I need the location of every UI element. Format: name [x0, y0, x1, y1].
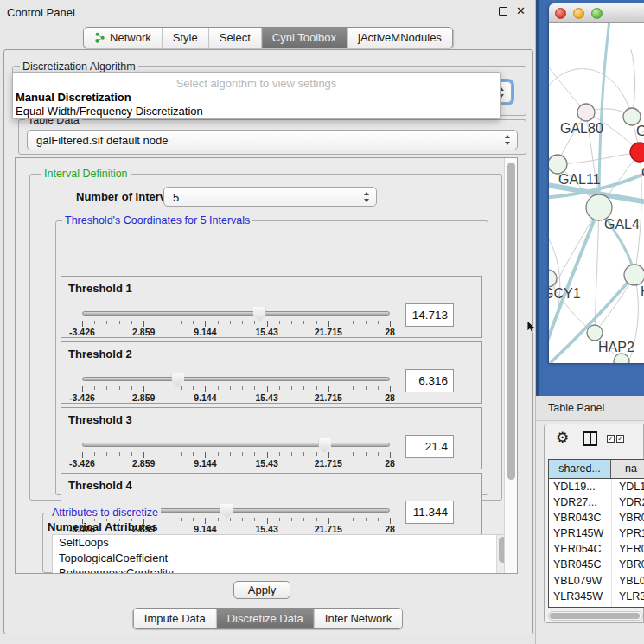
column-header-shared-name[interactable]: shared... — [549, 460, 611, 478]
tick-label: 28 — [385, 392, 395, 403]
control-panel-title: Control Panel — [7, 6, 75, 19]
slider-major-ticks — [82, 452, 391, 458]
algorithm-option-manual[interactable]: Manual Discretization — [16, 91, 131, 104]
list-item[interactable]: BetweennessCentrality — [53, 565, 507, 574]
table-row[interactable]: YBR045CYBR0 — [549, 557, 644, 572]
cell: YBR045C — [549, 557, 611, 572]
close-traffic-light-icon[interactable] — [555, 8, 566, 19]
threshold-2-slider[interactable] — [82, 377, 390, 381]
cell: YBR043C — [549, 510, 611, 526]
table-row[interactable]: YPR145WYPR1 — [549, 526, 644, 541]
algorithm-dropdown-popup: Select algorithm to view settings Manual… — [12, 72, 501, 119]
table-row[interactable]: YDR27...YDR2 — [549, 494, 644, 510]
algorithm-placeholder-option: Select algorithm to view settings — [13, 77, 500, 90]
node-attribute-table[interactable]: shared... na YDL19...YDL1 YDR27...YDR2 Y… — [548, 459, 644, 608]
node-hap2[interactable] — [587, 325, 603, 341]
thresholds-group-title: Threshold's Coordinates for 5 Intervals — [62, 214, 252, 226]
threshold-1-value-field[interactable]: 14.713 — [405, 303, 454, 327]
tab-jactivemnodules[interactable]: jActiveMNodules — [347, 28, 452, 48]
tick-label: 9.144 — [194, 392, 216, 403]
threshold-3-value-field[interactable]: 21.4 — [405, 435, 454, 458]
numerical-attributes-list[interactable]: SelfLoops TopologicalCoefficient Between… — [52, 534, 508, 574]
tick-label: 9.144 — [194, 458, 216, 469]
threshold-3-slider[interactable] — [82, 443, 390, 447]
gear-icon[interactable]: ⚙ — [556, 429, 569, 447]
zoom-traffic-light-icon[interactable] — [591, 8, 603, 19]
column-layout-icon[interactable] — [583, 431, 597, 446]
cyni-toolbox-content: Discretization Algorithm Select algorith… — [3, 49, 533, 634]
threshold-2-slider-handle[interactable] — [171, 373, 184, 387]
slider-major-ticks — [82, 321, 391, 327]
combo-stepper-icon — [505, 135, 511, 145]
tick-label: 2.859 — [132, 392, 155, 403]
algorithm-option-equal-width[interactable]: Equal Width/Frequency Discretization — [16, 105, 203, 118]
list-item[interactable]: TopologicalCoefficient — [53, 551, 507, 566]
settings-vertical-scrollbar[interactable] — [504, 158, 517, 574]
desktop-background: GAL80 GA C GAL11 GAL4 GCY1 H HAP2 — [536, 0, 644, 396]
close-icon[interactable]: ✕ — [516, 4, 526, 17]
tick-label: -3.426 — [69, 392, 95, 403]
table-row[interactable]: YBR043CYBR0 — [549, 510, 644, 526]
tab-network[interactable]: Network — [84, 28, 162, 48]
table-row[interactable]: YER054CYER0 — [549, 541, 644, 557]
cell: YER054C — [549, 541, 611, 557]
checkbox-icon: ✓ — [607, 435, 615, 443]
tab-style[interactable]: Style — [162, 28, 208, 48]
table-data-select[interactable]: galFiltered.sif default node — [27, 130, 518, 150]
apply-button[interactable]: Apply — [233, 581, 290, 599]
minimize-traffic-light-icon[interactable] — [573, 8, 584, 19]
threshold-1-slider-handle[interactable] — [253, 307, 266, 322]
select-columns-icon[interactable]: ✓ ✓ — [607, 435, 624, 443]
threshold-1-slider[interactable] — [82, 311, 390, 316]
threshold-2-value-field[interactable]: 6.316 — [405, 369, 454, 392]
threshold-3-slider-handle[interactable] — [318, 438, 331, 453]
threshold-2-panel: Threshold 2 -3.426 2.859 9.144 15.43 21.… — [61, 341, 482, 404]
network-highlighted-edges — [549, 23, 644, 363]
tab-select-label: Select — [220, 28, 251, 48]
slider-tick-labels: -3.426 2.859 9.144 15.43 21.715 28 — [82, 327, 390, 337]
tab-cyni-toolbox[interactable]: Cyni Toolbox — [261, 28, 347, 48]
float-window-icon[interactable] — [499, 7, 507, 16]
node-h[interactable] — [624, 265, 644, 285]
cell: YBR0 — [611, 510, 644, 526]
attributes-group-title: Attributes to discretize — [49, 507, 161, 519]
checkbox-icon: ✓ — [616, 435, 624, 443]
tick-label: -3.426 — [69, 327, 95, 337]
node-selected-red[interactable] — [630, 143, 644, 162]
tab-infer-network[interactable]: Infer Network — [314, 609, 402, 628]
table-row[interactable]: YIL052CYIL0 — [549, 604, 644, 608]
node-top-right[interactable] — [623, 108, 641, 125]
table-row[interactable]: YBL079WYBL0 — [549, 573, 644, 589]
tab-select[interactable]: Select — [208, 28, 261, 48]
cell: YLR345W — [549, 589, 611, 604]
network-window-titlebar[interactable] — [549, 3, 644, 23]
table-row[interactable]: YDL19...YDL1 — [549, 479, 644, 494]
node-gal80[interactable] — [577, 104, 595, 121]
settings-scroll-area: Interval Definition Number of Intervals … — [15, 157, 518, 574]
node-bottom[interactable] — [614, 354, 629, 363]
node-label-gal80: GAL80 — [560, 121, 603, 136]
tab-impute-data[interactable]: Impute Data — [134, 609, 216, 628]
mouse-cursor — [527, 321, 537, 334]
table-horizontal-scrollbar[interactable] — [548, 611, 643, 621]
tab-discretize-data[interactable]: Discretize Data — [216, 609, 314, 628]
cell: YDR27... — [549, 494, 611, 510]
tick-label: 21.715 — [315, 392, 342, 403]
list-item[interactable]: SelfLoops — [53, 535, 507, 551]
threshold-1-panel: Threshold 1 -3.426 2.859 9.144 15.43 21.… — [61, 276, 482, 338]
number-of-intervals-select[interactable]: 5 — [163, 187, 377, 207]
table-row[interactable]: YLR345WYLR3 — [549, 589, 644, 604]
cell: YBL0 — [611, 573, 644, 589]
network-canvas[interactable]: GAL80 GA C GAL11 GAL4 GCY1 H HAP2 — [549, 23, 644, 363]
cell: YLR3 — [611, 589, 644, 604]
column-header-name[interactable]: na — [611, 460, 644, 478]
threshold-2-label: Threshold 2 — [68, 348, 132, 360]
cell: YER0 — [611, 541, 644, 557]
node-gal11[interactable] — [549, 155, 567, 174]
network-view-window[interactable]: GAL80 GA C GAL11 GAL4 GCY1 H HAP2 — [549, 3, 644, 363]
table-scrollbar-thumb[interactable] — [550, 613, 640, 619]
cell: YBL079W — [549, 573, 611, 589]
numerical-attributes-label: Numerical Attributes — [48, 520, 157, 533]
node-label-gal4: GAL4 — [604, 217, 640, 232]
settings-scrollbar-thumb[interactable] — [507, 163, 515, 480]
